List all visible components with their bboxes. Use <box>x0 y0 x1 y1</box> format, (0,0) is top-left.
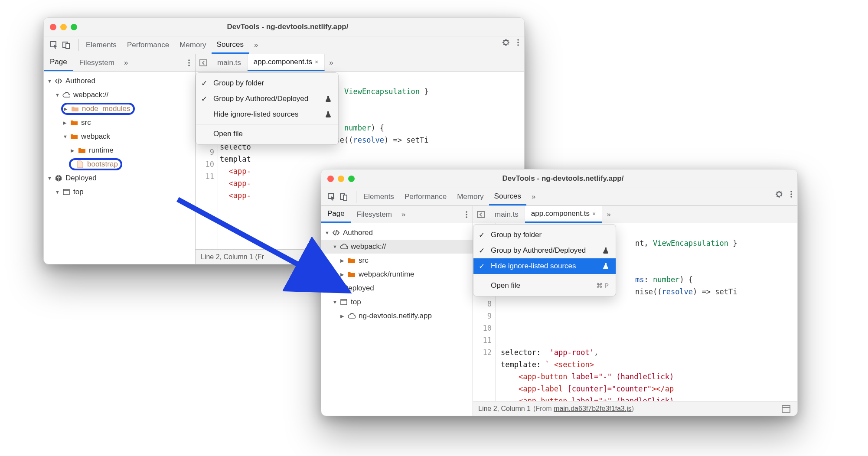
tree-top[interactable]: ▼ top <box>44 185 195 199</box>
close-icon[interactable]: × <box>592 210 596 217</box>
show-navigator-icon[interactable] <box>197 57 209 69</box>
device-toggle-icon[interactable] <box>60 39 72 51</box>
tab-sources[interactable]: Sources <box>489 188 526 205</box>
titlebar: DevTools - ng-devtools.netlify.app/ <box>44 18 524 36</box>
tree-bootstrap[interactable]: bootstrap <box>44 157 195 171</box>
tab-elements[interactable]: Elements <box>81 36 122 54</box>
devtools-toolbar: Elements Performance Memory Sources » <box>44 36 524 54</box>
folder-icon <box>347 257 356 264</box>
close-icon[interactable]: × <box>315 59 318 65</box>
folder-icon <box>70 134 78 140</box>
titlebar: DevTools - ng-devtools.netlify.app/ <box>321 169 797 188</box>
experiment-flask-icon <box>603 263 609 270</box>
minimize-window[interactable] <box>338 176 344 182</box>
file-icon <box>76 160 85 168</box>
devtools-toolbar: Elements Performance Memory Sources » <box>321 188 797 206</box>
maximize-window[interactable] <box>348 176 355 182</box>
tree-site[interactable]: ▶ ng-devtools.netlify.app <box>321 309 473 323</box>
sources-subbar: Page Filesystem » main.ts app.component.… <box>321 206 797 223</box>
tab-elements[interactable]: Elements <box>358 188 399 205</box>
source-map-link[interactable]: main.da63f7b2fe3f1fa3.js <box>554 405 632 412</box>
svg-rect-11 <box>63 189 69 195</box>
menu-group-by-authored[interactable]: ✓Group by Authored/Deployed <box>196 91 338 107</box>
panels-overflow[interactable]: » <box>526 188 541 205</box>
kebab-menu-icon[interactable] <box>785 188 797 200</box>
nav-tab-filesystem[interactable]: Filesystem <box>351 206 398 223</box>
tree-authored[interactable]: ▼ Authored <box>44 74 195 88</box>
menu-group-by-authored[interactable]: ✓Group by Authored/Deployed <box>473 243 616 258</box>
show-console-drawer-icon[interactable] <box>780 403 792 415</box>
svg-point-5 <box>517 44 519 46</box>
settings-gear-icon[interactable] <box>773 188 785 200</box>
menu-group-by-folder[interactable]: ✓Group by folder <box>473 227 616 243</box>
file-tab-main[interactable]: main.ts <box>489 206 525 223</box>
close-window[interactable] <box>50 24 56 30</box>
cursor-position: Line 2, Column 1 <box>478 405 531 413</box>
svg-point-8 <box>188 65 190 66</box>
tab-performance[interactable]: Performance <box>399 188 452 205</box>
device-toggle-icon[interactable] <box>338 191 350 203</box>
code-icon <box>332 229 340 237</box>
maximize-window[interactable] <box>71 24 77 30</box>
tree-webpack-root[interactable]: ▼ webpack:// <box>321 240 473 254</box>
tab-sources[interactable]: Sources <box>212 36 249 54</box>
navigator-kebab-icon[interactable] <box>460 208 473 221</box>
experiment-flask-icon <box>325 95 331 102</box>
tree-webpack-root[interactable]: ▼ webpack:// <box>44 88 195 102</box>
file-tab-label: app.component.ts <box>254 58 312 66</box>
tree-deployed[interactable]: ▼ Deployed <box>321 281 473 295</box>
nav-tab-filesystem[interactable]: Filesystem <box>73 54 121 71</box>
tree-src[interactable]: ▶ src <box>44 116 195 130</box>
close-window[interactable] <box>327 176 334 182</box>
nav-overflow[interactable]: » <box>398 210 409 219</box>
cube-icon <box>332 284 340 292</box>
frame-icon <box>62 189 71 195</box>
nav-tab-page[interactable]: Page <box>44 54 73 71</box>
frame-icon <box>339 299 348 305</box>
tree-webpack-folder[interactable]: ▼ webpack <box>44 130 195 143</box>
nav-tab-page[interactable]: Page <box>321 206 351 223</box>
file-tabs-overflow[interactable]: » <box>602 210 615 219</box>
tab-memory[interactable]: Memory <box>452 188 489 205</box>
svg-point-19 <box>790 196 792 198</box>
menu-hide-ignored[interactable]: Hide ignore-listed sources <box>196 107 338 122</box>
menu-open-file[interactable]: Open file <box>196 126 338 142</box>
file-tabs-overflow[interactable]: » <box>325 59 337 67</box>
inspect-element-icon[interactable] <box>326 191 338 203</box>
svg-point-3 <box>517 39 519 41</box>
tree-src[interactable]: ▶ src <box>321 254 473 267</box>
tree-deployed[interactable]: ▼ Deployed <box>44 171 195 185</box>
file-tab-app-component[interactable]: app.component.ts × <box>248 54 325 71</box>
navigator-kebab-icon[interactable] <box>183 57 195 69</box>
file-tab-main[interactable]: main.ts <box>211 54 248 71</box>
kebab-menu-icon[interactable] <box>512 36 524 49</box>
minimize-window[interactable] <box>60 24 67 30</box>
nav-overflow[interactable]: » <box>121 59 131 67</box>
tree-authored[interactable]: ▼ Authored <box>321 226 473 240</box>
experiment-flask-icon <box>325 111 331 118</box>
tree-runtime[interactable]: ▶ runtime <box>44 143 195 157</box>
cloud-icon <box>339 244 348 250</box>
file-tab-label: app.component.ts <box>531 209 590 218</box>
tab-memory[interactable]: Memory <box>174 36 211 54</box>
svg-point-20 <box>466 211 467 213</box>
tree-top[interactable]: ▼ top <box>321 295 473 309</box>
svg-point-4 <box>517 42 519 43</box>
navigator-context-menu: ✓Group by folder ✓Group by Authored/Depl… <box>196 72 339 145</box>
svg-rect-25 <box>341 300 347 305</box>
menu-hide-ignored[interactable]: ✓Hide ignore-listed sources <box>473 258 616 274</box>
inspect-element-icon[interactable] <box>48 39 60 51</box>
menu-group-by-folder[interactable]: ✓Group by folder <box>196 75 338 91</box>
tree-webpack-runtime[interactable]: ▶ webpack/runtime <box>321 267 473 281</box>
tree-node-modules[interactable]: ▶ node_modules <box>44 102 195 116</box>
file-tab-app-component[interactable]: app.component.ts × <box>525 206 602 223</box>
show-navigator-icon[interactable] <box>475 208 487 221</box>
cloud-icon <box>347 313 356 319</box>
svg-point-22 <box>466 216 467 218</box>
statusbar: Line 2, Column 1 (From main.da63f7b2fe3f… <box>473 401 797 416</box>
settings-gear-icon[interactable] <box>500 36 512 49</box>
window-title: DevTools - ng-devtools.netlify.app/ <box>361 174 791 183</box>
tab-performance[interactable]: Performance <box>122 36 174 54</box>
panels-overflow[interactable]: » <box>249 36 263 54</box>
menu-open-file[interactable]: Open file ⌘ P <box>473 278 616 293</box>
